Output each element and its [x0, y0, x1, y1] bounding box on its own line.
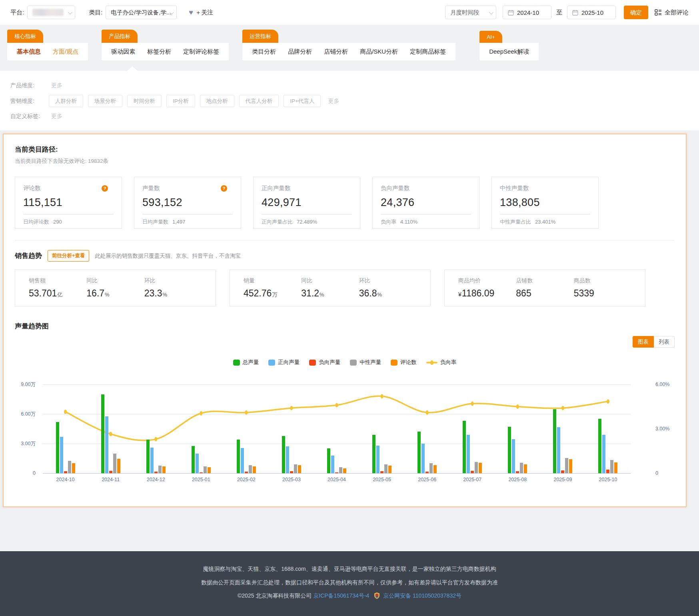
chart-legend: 总声量正向声量负向声量中性声量评论数负向率	[15, 359, 675, 366]
filter-row-label: 自定义标签:	[10, 113, 49, 120]
legend-item[interactable]: 负向声量	[309, 359, 340, 366]
tab-custom-product-labels[interactable]: 定制商品标签	[410, 48, 446, 56]
filter-button[interactable]: 代言人分析	[239, 95, 279, 107]
date-from-input[interactable]: 2024-10	[503, 6, 551, 19]
card-sub-value: 290	[53, 219, 62, 225]
nav-group-core: 核心指标 基本信息 方面/观点	[7, 30, 88, 60]
bar-总声量	[327, 448, 330, 473]
bar-评论数	[162, 466, 166, 473]
filter-button[interactable]: IP+代言人	[284, 95, 321, 107]
series-swatch-icon	[309, 360, 316, 366]
nav-tag-product: 产品指标	[102, 30, 138, 43]
icp-link[interactable]: 京ICP备15061734号-4	[313, 592, 369, 599]
bar-中性声量	[158, 466, 162, 473]
tab-sku-analysis[interactable]: 商品/SKU分析	[360, 48, 398, 56]
platform-select[interactable]	[27, 6, 75, 19]
sales-panel-revenue: 销售额53.701亿 同比16.7% 环比23.3%	[15, 270, 216, 306]
x-axis-label: 2025-08	[495, 477, 540, 482]
confirm-button[interactable]: 确定	[624, 6, 648, 19]
more-link[interactable]: 更多	[51, 113, 62, 120]
legend-item[interactable]: 评论数	[391, 359, 417, 366]
tab-brand-analysis[interactable]: 品牌分析	[288, 48, 312, 56]
period-select[interactable]: 月度时间段	[445, 6, 496, 19]
all-comments-button[interactable]: 全部评论	[655, 9, 689, 16]
sales-panels-row: 销售额53.701亿 同比16.7% 环比23.3% 销量452.76万 同比3…	[15, 270, 675, 306]
bar-负向声量	[335, 472, 338, 473]
y-tick: 3.00万	[21, 440, 36, 447]
chart-plot: 2024-102024-112024-122025-012025-022025-…	[43, 384, 631, 473]
metric-unit: 亿	[57, 292, 62, 298]
toggle-list-button[interactable]: 列表	[654, 336, 675, 348]
legend-item[interactable]: 负向率	[426, 359, 457, 366]
date-to-input[interactable]: 2025-10	[567, 6, 616, 19]
y-tick: 3.00%	[655, 426, 669, 432]
trend-title: 声量趋势图	[15, 322, 49, 331]
y-tick: 6.00%	[655, 382, 669, 387]
question-circle-icon[interactable]: ?	[221, 185, 227, 192]
tab-aspect-opinion[interactable]: 方面/观点	[53, 48, 78, 56]
metric-label: 商品均价	[458, 277, 516, 284]
chart-month-2025-05: 2025-05	[359, 384, 405, 473]
go-analyze-button[interactable]: 前往分析+查看	[48, 250, 89, 262]
bar-正向声量	[331, 456, 334, 473]
toggle-chart-button[interactable]: 图表	[633, 336, 654, 348]
bar-正向声量	[557, 427, 560, 473]
legend-item[interactable]: 总声量	[233, 359, 259, 366]
bar-总声量	[372, 435, 375, 473]
bar-正向声量	[602, 435, 605, 473]
question-circle-icon[interactable]: ?	[102, 185, 108, 192]
heart-icon: ♥	[189, 9, 193, 16]
bar-评论数	[298, 465, 301, 473]
card-sub-label: 日均声量数	[142, 219, 168, 225]
follow-button[interactable]: ♥ ＋关注	[189, 9, 213, 16]
bar-负向声量	[606, 470, 609, 473]
bar-正向声量	[60, 437, 63, 473]
category-select[interactable]: 电子办公/学习设备,学...	[106, 6, 177, 19]
metric-label: 商品数	[574, 277, 631, 284]
date-to-value: 2025-10	[581, 9, 603, 16]
legend-item[interactable]: 中性声量	[350, 359, 381, 366]
trend-section-header: 声量趋势图 图表 列表	[15, 322, 675, 348]
bar-中性声量	[249, 465, 252, 473]
bar-负向声量	[154, 472, 158, 473]
tab-label-analysis[interactable]: 标签分析	[147, 48, 171, 56]
bar-中性声量	[384, 464, 387, 473]
bar-负向声量	[290, 471, 293, 473]
bar-评论数	[479, 463, 482, 473]
card-value: 115,151	[15, 196, 122, 209]
bar-评论数	[569, 459, 572, 473]
tab-basic-info[interactable]: 基本信息	[17, 48, 41, 56]
tab-deepseek[interactable]: DeepSeek解读	[489, 48, 529, 56]
legend-item[interactable]: 正向声量	[268, 359, 300, 366]
police-link[interactable]: 京公网安备 11010502037832号	[383, 592, 461, 599]
filter-button[interactable]: 地点分析	[200, 95, 234, 107]
chart-month-2025-03: 2025-03	[269, 384, 314, 473]
x-axis-label: 2025-05	[359, 477, 405, 482]
card-sub-value: 1,497	[172, 219, 186, 225]
tab-category-analysis[interactable]: 类目分析	[252, 48, 276, 56]
bar-中性声量	[68, 461, 71, 473]
chart-month-2025-09: 2025-09	[540, 384, 585, 473]
chart-month-2025-04: 2025-04	[314, 384, 359, 473]
tab-custom-review-labels[interactable]: 定制评论标签	[183, 48, 219, 56]
card-value: 429,971	[254, 196, 360, 209]
bar-正向声量	[105, 416, 108, 473]
line-marker-icon	[426, 360, 437, 365]
bar-中性声量	[565, 458, 568, 473]
tab-driving-factors[interactable]: 驱动因素	[111, 48, 135, 56]
card-sub-label: 负向率	[381, 219, 396, 225]
more-link[interactable]: 更多	[328, 98, 339, 105]
filter-button[interactable]: IP分析	[166, 95, 195, 107]
bar-正向声量	[241, 448, 244, 473]
filter-button[interactable]: 人群分析	[49, 95, 83, 107]
tab-shop-analysis[interactable]: 店铺分析	[324, 48, 348, 56]
filter-button[interactable]: 场景分析	[88, 95, 122, 107]
x-axis-label: 2025-10	[585, 477, 631, 482]
footer-line2: 数据由公开页面采集并汇总处理，数据口径和平台及其他机构有所不同，仅供参考，如有差…	[0, 577, 699, 588]
bar-负向声量	[425, 472, 429, 473]
more-link[interactable]: 更多	[51, 82, 62, 89]
card-value: 593,152	[134, 196, 241, 209]
metric-value: 1186.09	[462, 288, 494, 298]
filter-button[interactable]: 时间分析	[127, 95, 162, 107]
date-range-to-label: 至	[556, 9, 562, 16]
